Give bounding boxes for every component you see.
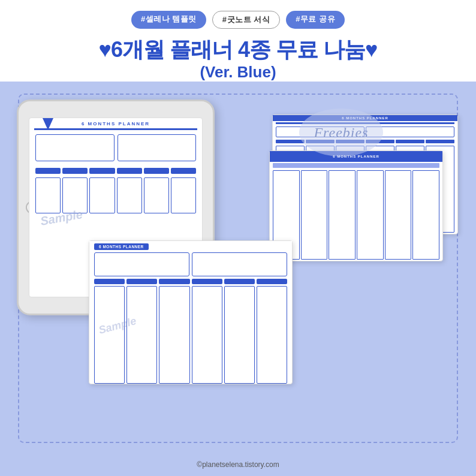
front-col-6 <box>257 286 287 384</box>
ipad-col-1 <box>35 177 61 213</box>
ipad-tab-6 <box>171 168 196 174</box>
front-tab-3 <box>159 279 189 284</box>
sub-title: (Ver. Blue) <box>200 63 276 82</box>
front-box-2 <box>192 252 287 276</box>
ipad-grid-columns <box>29 176 202 215</box>
card-back-tab-6 <box>426 140 454 143</box>
front-grid <box>89 286 292 384</box>
front-tab-1 <box>94 279 125 284</box>
top-area: #셀레나 템플릿 #굿노트 서식 #무료 공유 ♥6개월 플래너 4종 무료 나… <box>0 0 476 82</box>
planner-card-middle: 6 MONTHS PLANNER <box>269 150 443 261</box>
front-col-4 <box>192 286 222 384</box>
tag-free: #무료 공유 <box>286 11 345 29</box>
tag-goodnotes: #굿노트 서식 <box>212 11 280 29</box>
front-box-1 <box>94 252 189 276</box>
front-card-header: 6 MONTHS PLANNER <box>89 241 292 252</box>
blue-section: 6 MONTHS PLANNER <box>0 82 476 476</box>
tag-selena: #셀레나 템플릿 <box>131 11 206 29</box>
front-tabs <box>89 279 292 286</box>
front-col-3 <box>159 286 189 384</box>
freebies-oval: Freebies <box>299 109 383 156</box>
ipad-box-2 <box>118 134 197 161</box>
ipad-col-6 <box>171 177 196 213</box>
front-tab-6 <box>257 279 287 284</box>
footer: ©planetselena.tistory.com <box>0 460 476 469</box>
front-col-1 <box>94 286 125 384</box>
front-tab-2 <box>126 279 157 284</box>
front-tab-5 <box>224 279 255 284</box>
ipad-col-3 <box>89 177 115 213</box>
ipad-bookmark-icon <box>43 118 53 130</box>
front-header-badge: 6 MONTHS PLANNER <box>94 243 149 250</box>
ipad-tab-4 <box>117 168 142 174</box>
ipad-tabs-row <box>29 166 202 176</box>
ipad-tab-5 <box>144 168 169 174</box>
ipad-col-2 <box>62 177 88 213</box>
ipad-col-4 <box>117 177 142 213</box>
main-title: ♥6개월 플래너 4종 무료 나눔♥ <box>99 37 378 62</box>
planner-card-front: 6 MONTHS PLANNER Sample <box>89 240 293 384</box>
ipad-planner-title: 6 MONTHS PLANNER <box>29 118 202 126</box>
ipad-tab-2 <box>62 168 88 174</box>
card-middle-subheader <box>273 163 439 168</box>
card-back-tab-5 <box>396 140 424 143</box>
card-middle-col-4 <box>357 170 384 260</box>
front-col-5 <box>224 286 255 384</box>
card-middle-col-2 <box>301 170 328 260</box>
front-top-boxes <box>89 252 292 279</box>
ipad-tab-3 <box>89 168 115 174</box>
tags-row: #셀레나 템플릿 #굿노트 서식 #무료 공유 <box>131 11 345 29</box>
ipad-tab-1 <box>35 168 61 174</box>
ipad-top-boxes <box>29 132 202 164</box>
ipad-blue-line <box>34 128 197 130</box>
card-middle-cols <box>270 169 442 261</box>
card-middle-col-5 <box>385 170 412 260</box>
front-tab-4 <box>192 279 222 284</box>
card-back-tab-1 <box>276 140 305 143</box>
card-middle-col-3 <box>329 170 356 260</box>
front-col-2 <box>126 286 157 384</box>
ipad-box-1 <box>35 134 115 161</box>
card-middle-col-6 <box>412 170 439 260</box>
ipad-col-5 <box>144 177 169 213</box>
